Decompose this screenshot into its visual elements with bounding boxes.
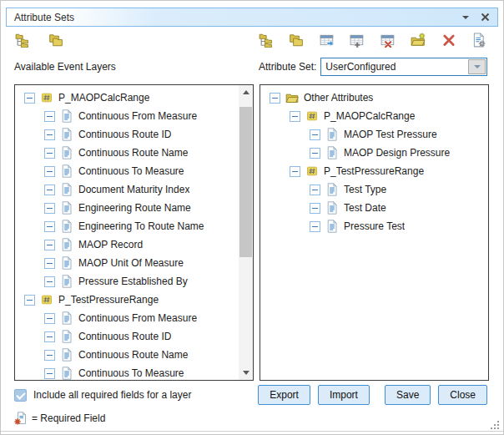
collapse-minus-icon[interactable] [44,166,55,177]
folderOpen-icon [285,91,299,104]
tree-item[interactable]: Document Maturity Index [21,180,236,199]
field-icon [60,128,73,141]
expand-all-button[interactable] [14,32,31,50]
tree-item[interactable]: Pressure Established By [21,272,236,291]
collapse-minus-icon[interactable] [310,185,320,195]
properties-button[interactable] [471,32,487,50]
tree-item[interactable]: Continuous To Measure [21,364,236,381]
export-button[interactable]: Export [258,385,310,405]
collapse-minus-icon[interactable] [310,129,320,140]
required-field-icon [14,412,28,425]
field-icon [60,238,73,251]
scrollbar-thumb[interactable] [239,107,252,257]
tree-item[interactable]: Continuous Route ID [21,327,236,346]
expand-all-button[interactable] [258,32,275,50]
footer-left: Include all required fields for a layer … [14,385,252,427]
remove-table-button[interactable] [380,32,396,50]
attribute-set-label: Attribute Set: [259,61,316,73]
new-attribute-set-button[interactable] [410,32,426,50]
add-to-attribute-set-button[interactable] [319,32,335,50]
collapse-minus-icon[interactable] [290,166,300,177]
collapse-all-button[interactable] [48,32,64,50]
field-icon [60,367,73,380]
collapse-minus-icon[interactable] [310,221,320,232]
collapse-all-button[interactable] [288,32,305,50]
collapse-minus-icon[interactable] [44,148,55,159]
collapse-minus-icon[interactable] [44,276,55,287]
include-required-fields-checkbox[interactable] [14,389,27,402]
event-icon [40,293,53,306]
close-icon[interactable] [481,13,490,22]
window-bottom-edge [1,431,503,432]
tree-item[interactable]: MAOP Unit Of Measure [21,254,236,272]
tree-item[interactable]: Continuous From Measure [21,107,236,125]
left-tree-scrollbar[interactable] [239,85,253,380]
tree-item[interactable]: Test Type [266,180,486,199]
tree-item[interactable]: Test Date [266,199,486,217]
field-icon [60,164,73,178]
collapse-minus-icon[interactable] [44,350,55,361]
field-icon [60,220,73,233]
tree-item[interactable]: MAOP Design Pressure [266,144,486,162]
tree-icon [15,33,30,48]
tree-item[interactable]: Continuous Route Name [21,346,236,364]
add-table-button[interactable] [349,32,365,50]
available-event-layers-label: Available Event Layers [14,57,253,77]
collapse-minus-icon[interactable] [44,129,55,140]
import-button[interactable]: Import [318,385,370,405]
window-title: Attribute Sets [14,12,462,23]
collapse-minus-icon[interactable] [44,240,55,250]
delete-button[interactable] [441,32,457,50]
tree-item[interactable]: Pressure Test [266,217,486,235]
collapse-minus-icon[interactable] [24,93,35,104]
collapse-minus-icon[interactable] [44,258,55,269]
include-required-fields-label: Include all required fields for a layer [33,389,191,401]
include-required-fields-row: Include all required fields for a layer [14,385,252,405]
resize-grip[interactable] [491,421,500,430]
tree-item[interactable]: Other Attributes [266,89,486,107]
collapse-minus-icon[interactable] [44,111,55,122]
collapse-minus-icon[interactable] [44,221,55,232]
tree-item[interactable]: Engineering To Route Name [21,217,236,235]
close-button[interactable]: Close [438,385,487,405]
field-icon [60,275,73,288]
collapse-minus-icon[interactable] [44,368,55,379]
scroll-down-icon[interactable] [239,366,253,380]
folderGear-icon [411,33,426,48]
attribute-set-value: UserConfigured [321,58,467,75]
collapse-minus-icon[interactable] [44,331,55,342]
tableArrow-icon [320,33,335,48]
collapse-minus-icon[interactable] [44,185,55,195]
collapse-minus-icon[interactable] [270,93,280,104]
scroll-up-icon[interactable] [239,85,253,99]
tree-item[interactable]: Continuous Route ID [21,125,236,144]
tree-item[interactable]: Engineering Route Name [21,199,236,217]
collapse-minus-icon[interactable] [310,203,320,214]
tree-item[interactable]: Continuous Route Name [21,144,236,162]
save-button[interactable]: Save [385,385,431,405]
collapse-minus-icon[interactable] [24,295,35,306]
attribute-set-panel: Other Attributes P_MAOPCalcRange MAOP Te… [260,84,489,381]
footer-buttons: Export Import Save Close [258,385,487,405]
collapse-minus-icon[interactable] [310,148,320,159]
required-field-legend: = Required Field [14,409,252,427]
collapse-minus-icon[interactable] [44,313,55,324]
required-field-label: = Required Field [32,412,105,424]
collapse-minus-icon[interactable] [290,111,300,122]
collapse-minus-icon[interactable] [44,203,55,214]
tableAdd-icon [350,33,365,48]
titlebar-menu-icon[interactable] [462,16,469,19]
tree-item[interactable]: P_MAOPCalcRange [266,107,486,125]
tree-item[interactable]: P_TestPressureRange [21,291,236,309]
tree-item[interactable]: Continuous From Measure [21,309,236,327]
dropdown-button[interactable] [468,59,486,74]
toolbar-left-group [14,32,254,50]
tree-item[interactable]: MAOP Test Pressure [266,125,486,144]
tree-item[interactable]: P_TestPressureRange [266,162,486,180]
attribute-set-dropdown[interactable]: UserConfigured [320,58,487,76]
field-icon [325,146,339,159]
tree-item[interactable]: P_MAOPCalcRange [21,89,236,107]
tree-icon [259,33,274,48]
tree-item[interactable]: MAOP Record [21,235,236,254]
tree-item[interactable]: Continuous To Measure [21,162,236,180]
